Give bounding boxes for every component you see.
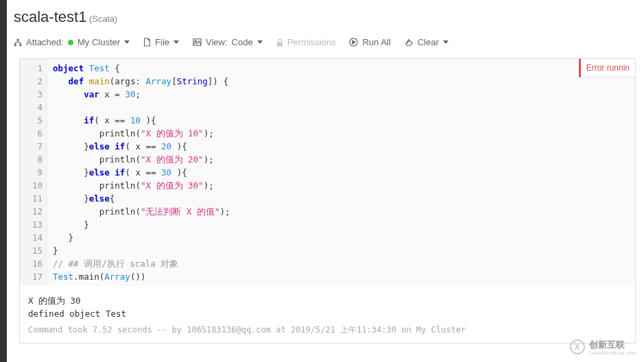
- picture-icon: [193, 38, 202, 46]
- view-menu[interactable]: View: Code: [189, 34, 272, 50]
- code-line[interactable]: }else if( x == 20 ){: [53, 140, 630, 153]
- code-line[interactable]: Test.main(Array()): [53, 270, 630, 283]
- line-number: 5: [20, 114, 43, 127]
- code-line[interactable]: }: [53, 244, 630, 257]
- main-content: scala-test1 (Scala) Attached: My Cluster…: [7, 0, 644, 343]
- caret-down-icon: [174, 40, 179, 44]
- code-line[interactable]: object Test {: [53, 62, 630, 75]
- lock-icon: [276, 38, 283, 47]
- line-number: 10: [20, 179, 43, 192]
- line-number: 1: [20, 62, 43, 75]
- line-number: 16: [20, 257, 43, 270]
- file-label: File: [155, 37, 169, 47]
- code-line[interactable]: println("无法判断 X 的值");: [53, 205, 630, 218]
- line-gutter: 1234567891011121314151617: [20, 59, 47, 286]
- caret-down-icon: [124, 40, 130, 44]
- line-number: 12: [20, 205, 43, 218]
- run-all-label: Run All: [362, 37, 390, 47]
- code-line[interactable]: def main(args: Array[String]) {: [53, 75, 630, 88]
- clear-menu[interactable]: Clear: [401, 34, 458, 50]
- svg-rect-5: [276, 42, 282, 47]
- watermark-en: CHUANG XIN HU LIAN: [589, 351, 636, 355]
- code-line[interactable]: var x = 30;: [53, 88, 630, 101]
- code-line[interactable]: }: [53, 218, 630, 231]
- watermark-cn: 创新互联: [589, 339, 636, 351]
- cluster-name: My Cluster: [77, 37, 120, 47]
- line-number: 2: [20, 75, 43, 88]
- line-number: 4: [20, 101, 43, 114]
- command-meta: Command took 7.52 seconds -- by 10651831…: [20, 322, 635, 343]
- permissions-label: Permissions: [287, 37, 336, 47]
- line-number: 9: [20, 166, 43, 179]
- title-row: scala-test1 (Scala): [14, 0, 644, 33]
- notebook-title[interactable]: scala-test1: [14, 8, 86, 25]
- line-number: 14: [20, 231, 43, 244]
- code-line[interactable]: println("X 的值为 30");: [53, 179, 630, 192]
- code-line[interactable]: // ## 调用/执行 scala 对象: [53, 257, 630, 270]
- watermark: X 创新互联 CHUANG XIN HU LIAN: [570, 339, 636, 355]
- code-line[interactable]: println("X 的值为 20");: [53, 153, 630, 166]
- code-cell: Error runnin 1234567891011121314151617 o…: [19, 58, 636, 343]
- toolbar: Attached: My Cluster File View: Code Per: [14, 33, 644, 54]
- run-all-button[interactable]: Run All: [345, 34, 400, 50]
- file-menu[interactable]: File: [139, 34, 189, 50]
- play-circle-icon: [349, 38, 358, 47]
- caret-down-icon: [257, 40, 263, 44]
- line-number: 8: [20, 153, 43, 166]
- line-number: 13: [20, 218, 43, 231]
- caret-down-icon: [443, 40, 449, 44]
- code-line[interactable]: if( x == 10 ){: [53, 114, 630, 127]
- error-notification[interactable]: Error runnin: [579, 58, 636, 77]
- cluster-status-dot: [68, 40, 73, 45]
- code-editor[interactable]: 1234567891011121314151617 object Test { …: [20, 59, 635, 286]
- output-line: X 的值为 30: [28, 294, 627, 307]
- code-line[interactable]: }else{: [53, 192, 630, 205]
- line-number: 15: [20, 244, 43, 257]
- view-label: View:: [206, 37, 228, 47]
- sitemap-icon: [14, 38, 22, 47]
- code-line[interactable]: }: [53, 231, 630, 244]
- watermark-logo-icon: X: [570, 339, 585, 354]
- svg-rect-2: [19, 44, 21, 46]
- permissions-button: Permissions: [272, 34, 346, 50]
- attached-label: Attached:: [26, 37, 64, 47]
- clear-label: Clear: [418, 37, 439, 47]
- file-icon: [143, 38, 151, 47]
- svg-point-4: [195, 40, 196, 42]
- notebook-language: (Scala): [89, 14, 117, 24]
- line-number: 7: [20, 140, 43, 153]
- attached-menu[interactable]: Attached: My Cluster: [14, 34, 139, 50]
- line-number: 17: [20, 270, 43, 283]
- svg-rect-0: [17, 38, 19, 40]
- line-number: 11: [20, 192, 43, 205]
- eraser-icon: [405, 38, 414, 46]
- code-lines[interactable]: object Test { def main(args: Array[Strin…: [47, 59, 635, 286]
- output-line: defined object Test: [28, 307, 627, 320]
- svg-rect-1: [14, 44, 16, 46]
- line-number: 6: [20, 127, 43, 140]
- line-number: 3: [20, 88, 43, 101]
- code-line[interactable]: [53, 101, 630, 114]
- code-line[interactable]: println("X 的值为 10");: [53, 127, 630, 140]
- view-mode: Code: [232, 37, 253, 47]
- code-line[interactable]: }else if( x == 30 ){: [53, 166, 630, 179]
- cell-output: X 的值为 30 defined object Test: [20, 286, 635, 322]
- left-rail: [0, 0, 7, 362]
